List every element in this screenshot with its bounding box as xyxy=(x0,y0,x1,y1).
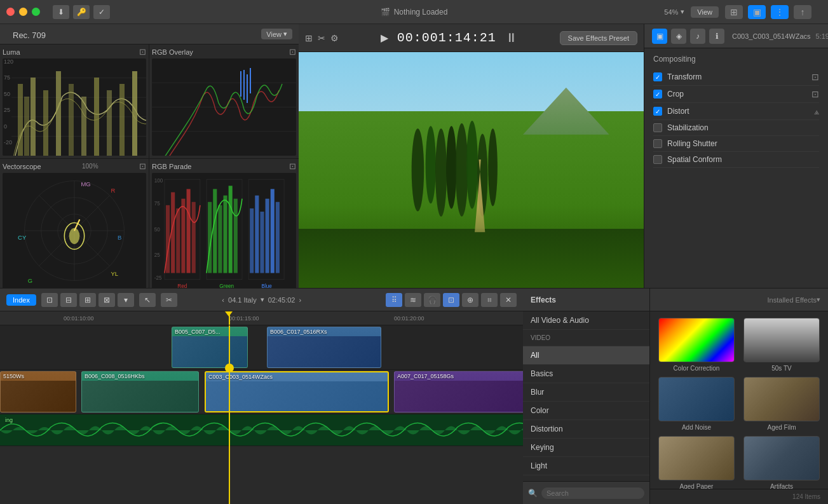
close-button[interactable] xyxy=(6,8,15,16)
inspector-audio-icon[interactable]: ♪ xyxy=(690,29,705,44)
clip-c003-label: C003_C003_0514WZacs xyxy=(206,372,388,381)
category-looks[interactable]: Looks xyxy=(523,475,649,481)
panels-icon[interactable]: ⋮ xyxy=(771,5,789,19)
spatial-conform-checkbox[interactable] xyxy=(653,155,662,164)
spatial-conform-row: Spatial Conform xyxy=(653,152,819,168)
download-icon[interactable]: ⬇ xyxy=(53,5,69,19)
crop-icon[interactable]: ✂ xyxy=(318,33,325,43)
timeline-nav-left[interactable]: ‹ xyxy=(222,296,224,304)
effect-add-noise[interactable]: Add Noise xyxy=(656,377,736,431)
svg-rect-10 xyxy=(81,97,86,156)
inspector-filter-icon[interactable]: ◈ xyxy=(671,29,686,44)
category-blur[interactable]: Blur xyxy=(523,383,649,402)
svg-rect-6 xyxy=(31,78,36,156)
stabilization-row: Stabilization xyxy=(653,120,819,136)
layout-icon[interactable]: ⊞ xyxy=(305,33,313,43)
grid-icon[interactable]: ⊞ xyxy=(725,5,743,19)
effect-aged-paper[interactable]: Aged Paper xyxy=(656,436,736,489)
category-distortion[interactable]: Distortion xyxy=(523,420,649,439)
zoom-control[interactable]: 54% ▾ xyxy=(664,8,684,16)
rolling-shutter-checkbox[interactable] xyxy=(653,139,662,148)
titlebar-center: 🎬 Nothing Loaded xyxy=(381,8,448,17)
clip-b005-label: B005_C007_D5... xyxy=(172,327,247,336)
arrow-tool-icon[interactable]: ↖ xyxy=(139,293,156,307)
export-icon[interactable]: ↑ xyxy=(794,5,811,19)
clip-b006-c008-label: B006_C008_0516HKbs xyxy=(82,372,198,381)
clip-dropdown-icon[interactable]: ▾ xyxy=(118,293,134,307)
clip-c003[interactable]: C003_C003_0514WZacs xyxy=(205,371,389,412)
playhead-line xyxy=(229,325,230,504)
zoom-in-icon[interactable]: ⊕ xyxy=(462,293,478,307)
crop-checkbox[interactable]: ✓ xyxy=(653,90,662,99)
rgb-parade-settings-icon[interactable]: ⊡ xyxy=(289,161,296,171)
key-icon[interactable]: 🔑 xyxy=(73,5,90,19)
timecode-display: 00:001:14:21 xyxy=(397,31,496,45)
inspector-video-icon[interactable]: ▣ xyxy=(652,29,667,44)
effect-artifacts[interactable]: Artifacts xyxy=(742,436,822,489)
inspector-info-icon[interactable]: ℹ xyxy=(709,29,724,44)
save-effects-preset-button[interactable]: Save Effects Preset xyxy=(560,31,637,45)
transform-tool-icon[interactable]: ⌗ xyxy=(481,293,498,307)
vectorscope-settings-icon[interactable]: ⊡ xyxy=(139,161,146,171)
settings-icon[interactable]: ⚙ xyxy=(330,33,339,43)
clip-b006-c008[interactable]: B006_C008_0516HKbs xyxy=(81,371,199,412)
category-keying[interactable]: Keying xyxy=(523,439,649,457)
timeline-center-info: ‹ 04.1 Italy ▾ 02:45:02 › xyxy=(222,296,301,304)
timeline-toolbar: Index ⊡ ⊟ ⊞ ⊠ ▾ ↖ ✂ ‹ 04.1 Italy ▾ 02:45… xyxy=(0,289,523,311)
monitor-icon[interactable]: ▣ xyxy=(748,5,766,19)
timeline-dropdown-icon[interactable]: ▾ xyxy=(261,296,264,304)
clip-view-2-icon[interactable]: ⊟ xyxy=(60,293,77,307)
pause-icon[interactable]: ⏸ xyxy=(505,31,518,45)
playhead-triangle xyxy=(225,311,233,317)
effect-50s-tv[interactable]: 50s TV xyxy=(742,318,822,372)
clip-b006-upper[interactable]: B006_C017_0516RXs xyxy=(267,327,381,368)
index-button[interactable]: Index xyxy=(6,294,36,306)
luma-settings-icon[interactable]: ⊡ xyxy=(139,47,146,57)
clip-view-3-icon[interactable]: ⊞ xyxy=(79,293,96,307)
clip-view-4-icon[interactable]: ⊠ xyxy=(98,293,115,307)
effect-50s-tv-thumb xyxy=(743,318,820,362)
clip-5150ws[interactable]: 5150Ws xyxy=(0,371,76,412)
checkmark-icon[interactable]: ✓ xyxy=(93,5,110,19)
effect-aged-film[interactable]: Aged Film xyxy=(742,377,822,431)
vectorscope-svg: R MG YL G CY B xyxy=(3,173,146,288)
headphones-icon[interactable]: 🎧 xyxy=(424,293,440,307)
svg-rect-47 xyxy=(166,205,170,273)
maximize-button[interactable] xyxy=(32,8,40,16)
distort-checkbox[interactable]: ✓ xyxy=(653,107,662,116)
svg-rect-58 xyxy=(223,196,227,273)
view-button[interactable]: View xyxy=(691,6,719,18)
traffic-lights[interactable] xyxy=(6,8,40,16)
clip-a007[interactable]: A007_C017_05158Gs xyxy=(394,371,523,412)
svg-text:G: G xyxy=(28,277,32,284)
play-button[interactable]: ▶ xyxy=(381,32,388,44)
category-all[interactable]: All xyxy=(523,346,649,365)
effects-search-input[interactable] xyxy=(541,487,644,499)
clip-b005[interactable]: B005_C007_D5... xyxy=(172,327,248,368)
blade-tool-icon[interactable]: ✂ xyxy=(161,293,177,307)
close-timeline-icon[interactable]: ✕ xyxy=(500,293,517,307)
appearance-1-icon[interactable]: ⠿ xyxy=(386,293,402,307)
minimize-button[interactable] xyxy=(19,8,27,16)
effect-color-correction[interactable]: Color Correction xyxy=(656,318,736,372)
svg-text:Blue: Blue xyxy=(261,283,272,288)
ruler-mark-2: 00:01:15:00 xyxy=(229,315,259,322)
crop-label: Crop xyxy=(667,90,806,99)
appearance-2-icon[interactable]: ⊡ xyxy=(443,293,459,307)
rgb-overlay-settings-icon[interactable]: ⊡ xyxy=(289,47,296,57)
scopes-view-button[interactable]: View ▾ xyxy=(261,29,292,39)
audio-waveform-icon[interactable]: ≋ xyxy=(405,293,421,307)
transform-checkbox[interactable]: ✓ xyxy=(653,72,662,81)
timeline-nav-right[interactable]: › xyxy=(299,296,301,304)
effect-color-correction-label: Color Correction xyxy=(674,365,720,372)
clip-view-1-icon[interactable]: ⊡ xyxy=(41,293,58,307)
effects-category-list[interactable]: All Video & Audio VIDEO All Basics Blur … xyxy=(523,311,649,481)
category-basics[interactable]: Basics xyxy=(523,365,649,383)
stabilization-checkbox[interactable] xyxy=(653,123,662,132)
svg-point-73 xyxy=(446,126,456,208)
rgb-overlay-title: RGB Overlay xyxy=(152,48,193,56)
category-light[interactable]: Light xyxy=(523,457,649,475)
category-color[interactable]: Color xyxy=(523,402,649,420)
category-all-video-audio[interactable]: All Video & Audio xyxy=(523,311,649,330)
zoom-chevron-icon: ▾ xyxy=(681,8,684,16)
